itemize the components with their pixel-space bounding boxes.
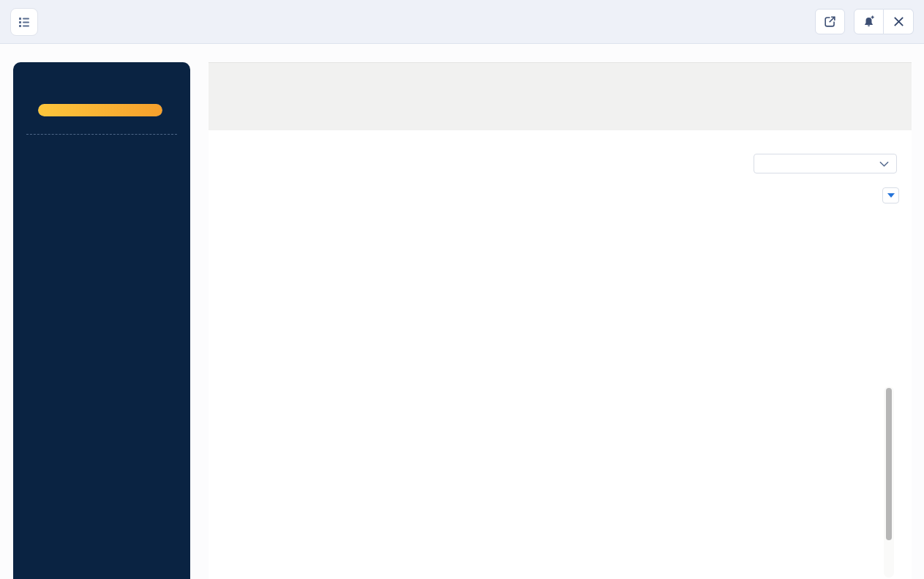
header-button-group [854,9,914,34]
table-scrollbar[interactable] [884,386,894,578]
wallet-share-progress-bar [38,104,162,116]
wallet-share-progress-fill [38,104,162,116]
chevron-down-icon [879,161,889,167]
accounts-table-container [223,384,884,579]
tab-strip [209,62,912,130]
list-icon [17,15,31,29]
bell-plus-icon [862,15,876,29]
kpi-sidebar [13,62,190,579]
show-select[interactable] [754,154,897,173]
accounts-tab-content [209,130,912,579]
subscribe-button[interactable] [854,9,884,34]
table-scrollbar-thumb[interactable] [886,388,892,540]
collapse-charts-button[interactable] [882,187,899,203]
close-button[interactable] [884,9,914,34]
caret-down-icon [887,193,895,198]
controls-row [209,130,912,176]
main-panel [209,62,912,579]
share-icon [823,15,837,29]
sidebar-divider [26,134,177,135]
close-icon [893,15,905,28]
app-header [0,0,924,44]
share-button[interactable] [815,9,845,34]
record-list-button[interactable] [10,8,38,36]
